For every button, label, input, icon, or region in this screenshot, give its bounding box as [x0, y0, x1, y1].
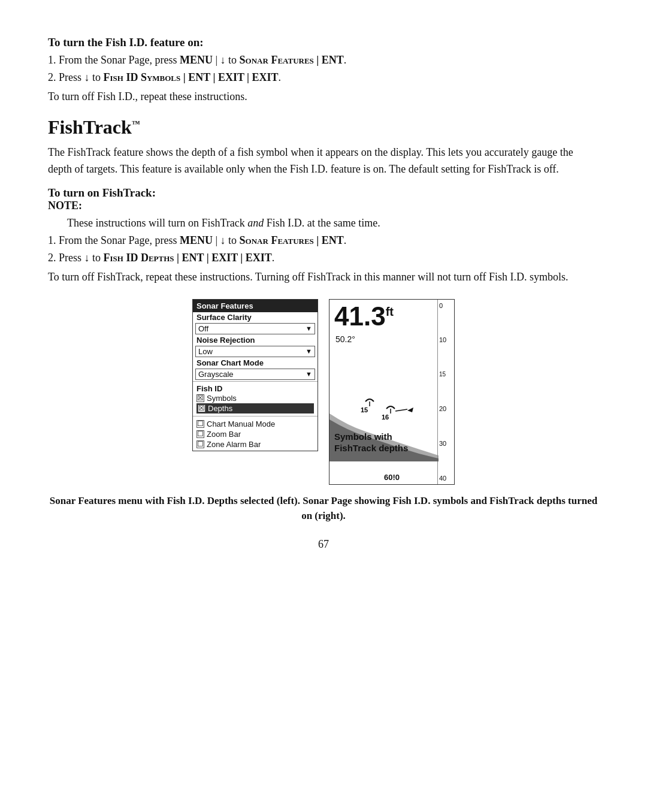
fishtrack-body: The FishTrack feature shows the depth of… — [48, 144, 599, 178]
chart-manual-checkbox[interactable] — [196, 420, 204, 428]
scale-30: 30 — [439, 440, 453, 447]
zone-alarm-label: Zone Alarm Bar — [207, 440, 261, 449]
note-text-pre: These instructions will turn on FishTrac… — [67, 217, 247, 229]
step1-period: . — [344, 54, 347, 66]
step1-menu: MENU — [180, 54, 213, 66]
turn-on-fishtrack-heading: To turn on FishTrack: — [48, 186, 599, 200]
symbols-label: Symbols — [207, 394, 237, 403]
scale-10: 10 — [439, 336, 453, 343]
scale-40: 40 — [439, 475, 453, 482]
note-and: and — [247, 217, 264, 229]
zone-alarm-checkbox[interactable] — [196, 440, 204, 448]
scale-15: 15 — [439, 371, 453, 378]
zone-alarm-row: Zone Alarm Bar — [196, 439, 314, 449]
svg-line-5 — [395, 409, 407, 411]
page-number: 67 — [48, 538, 599, 551]
zoom-bar-row: Zoom Bar — [196, 429, 314, 439]
sonar-menu-title: Sonar Features — [193, 300, 318, 312]
turn-off-fish-id: To turn off Fish I.D., repeat these inst… — [48, 89, 599, 105]
step2-fishtrack-period: . — [272, 252, 275, 264]
step1-ent: | ENT — [314, 54, 344, 66]
zoom-bar-label: Zoom Bar — [207, 430, 241, 439]
fish-label: Symbols with FishTrack depths — [334, 431, 408, 454]
scale-0: 0 — [439, 302, 453, 309]
chart-manual-row: Chart Manual Mode — [196, 419, 314, 429]
depth-value: 41.3 — [334, 301, 386, 331]
sonar-chart-mode-value: Grayscale — [198, 370, 234, 379]
note-block: These instructions will turn on FishTrac… — [67, 217, 599, 230]
depth-unit: ft — [386, 305, 394, 318]
step2-fishtrack: 2. Press ↓ to Fish ID Depths | ENT | EXI… — [48, 252, 599, 264]
surface-clarity-arrow: ▼ — [306, 325, 312, 332]
step1-sonar-features: Sonar Features — [240, 54, 314, 66]
menu-divider-1 — [193, 381, 318, 382]
fish-id-menu-section: Fish ID Symbols Depths — [193, 383, 318, 415]
surface-clarity-label: Surface Clarity — [193, 312, 318, 322]
sonar-chart-mode-arrow: ▼ — [306, 370, 312, 378]
step2-ent-exit: | ENT | EXIT | EXIT — [180, 71, 278, 83]
depths-label: Depths — [208, 404, 232, 413]
note-text-post: Fish I.D. at the same time. — [264, 217, 380, 229]
depth-display: 41.3ft — [334, 303, 394, 330]
noise-rejection-value: Low — [198, 347, 213, 356]
fish-id-section: To turn the Fish I.D. feature on: 1. Fro… — [48, 36, 599, 105]
sonar-features-menu: Sonar Features Surface Clarity Off ▼ Noi… — [192, 299, 318, 451]
svg-text:16: 16 — [382, 413, 389, 421]
fish-id-heading: To turn the Fish I.D. feature on: — [48, 36, 599, 49]
extra-rows: Chart Manual Mode Zoom Bar Zone Alarm Ba… — [193, 418, 318, 451]
sonar-angle: 50.2° — [335, 334, 355, 344]
step2-fish-id-text: 2. Press ↓ to — [48, 71, 104, 83]
sonar-chart-mode-label: Sonar Chart Mode — [193, 358, 318, 368]
step1-fishtrack-menu: MENU — [180, 234, 213, 246]
trademark: ™ — [132, 119, 140, 128]
noise-rejection-label: Noise Rejection — [193, 335, 318, 345]
image-row: Sonar Features Surface Clarity Off ▼ Noi… — [48, 299, 599, 485]
step1-arrow: | ↓ to — [213, 54, 240, 66]
svg-text:15: 15 — [361, 406, 368, 413]
step2-fish-id-symbols: Fish ID Symbols — [104, 71, 181, 83]
sonar-page-display: 41.3ft 50.2° 0 10 15 20 30 40 15 16 — [329, 299, 455, 485]
note-label: NOTE: — [48, 200, 599, 212]
depths-checkbox[interactable] — [198, 405, 205, 412]
step2-fishtrack-ent-exit: | ENT | EXIT | EXIT — [174, 252, 272, 264]
step1-fish-id-text: 1. From the Sonar Page, press — [48, 54, 180, 66]
chart-manual-label: Chart Manual Mode — [207, 419, 275, 428]
step1-fishtrack-ent: | ENT — [314, 234, 344, 246]
fishtrack-heading-text: FishTrack™ — [48, 116, 140, 138]
step1-fishtrack-sonar-features: Sonar Features — [240, 234, 314, 246]
scale-20: 20 — [439, 405, 453, 412]
depths-checkbox-row: Depths — [196, 403, 314, 413]
fishtrack-heading: FishTrack™ — [48, 116, 599, 138]
symbols-checkbox[interactable] — [196, 394, 204, 402]
step1-fish-id: 1. From the Sonar Page, press MENU | ↓ t… — [48, 54, 599, 67]
image-caption: Sonar Features menu with Fish I.D. Depth… — [48, 493, 599, 524]
fishtrack-label-display: FishTrack depths — [334, 443, 408, 453]
symbols-label-display: Symbols with — [334, 431, 392, 442]
sonar-chart-mode-select[interactable]: Grayscale ▼ — [195, 369, 315, 380]
step2-period: . — [279, 71, 282, 83]
step1-fishtrack-text: 1. From the Sonar Page, press — [48, 234, 180, 246]
step1-fishtrack-period: . — [344, 234, 347, 246]
menu-divider-2 — [193, 416, 318, 416]
step1-fishtrack: 1. From the Sonar Page, press MENU | ↓ t… — [48, 234, 599, 247]
noise-rejection-arrow: ▼ — [306, 348, 312, 355]
turn-off-fishtrack: To turn off FishTrack, repeat these inst… — [48, 269, 599, 286]
surface-clarity-value: Off — [198, 324, 208, 333]
step2-fishtrack-text: 2. Press ↓ to — [48, 252, 104, 264]
zoom-bar-checkbox[interactable] — [196, 430, 204, 438]
step2-fish-id-depths: Fish ID Depths — [104, 252, 174, 264]
step2-fish-id: 2. Press ↓ to Fish ID Symbols | ENT | EX… — [48, 71, 599, 84]
step1-fishtrack-arrow: | ↓ to — [213, 234, 240, 246]
symbols-checkbox-row: Symbols — [196, 393, 314, 403]
svg-marker-4 — [407, 407, 413, 412]
bottom-value: 60!0 — [384, 473, 400, 482]
sonar-scale: 0 10 15 20 30 40 — [437, 300, 454, 484]
surface-clarity-select[interactable]: Off ▼ — [195, 323, 315, 334]
fish-id-menu-label: Fish ID — [196, 384, 314, 393]
noise-rejection-select[interactable]: Low ▼ — [195, 346, 315, 357]
